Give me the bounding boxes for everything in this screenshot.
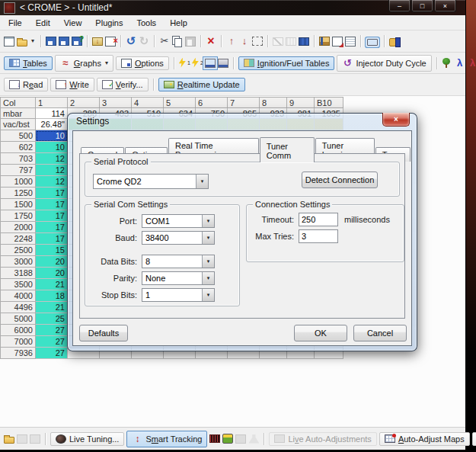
data-bits-combo[interactable]: 8▾ <box>142 255 215 268</box>
menu-file[interactable]: File <box>2 17 29 29</box>
protocol-combo[interactable]: Crome QD2 ▾ <box>93 174 209 189</box>
open-recording-icon[interactable] <box>4 437 14 444</box>
dialog-close-button[interactable]: × <box>382 113 410 127</box>
import-table-icon[interactable]: ↓ <box>92 37 103 46</box>
realtime-update-button[interactable]: Realtime Update <box>158 78 245 91</box>
grid-cell[interactable]: 26.48" <box>36 119 68 130</box>
grid-col-header[interactable]: 1 <box>36 98 68 108</box>
tables-button[interactable]: Tables <box>4 56 53 70</box>
vtec-tree-icon[interactable] <box>442 58 452 68</box>
trace-select-icon[interactable] <box>252 37 263 46</box>
map-3d-icon[interactable] <box>299 37 309 46</box>
menu-tools[interactable]: Tools <box>129 17 163 29</box>
open-dropdown-icon[interactable]: ▾ <box>30 35 36 47</box>
new-document-icon[interactable] <box>4 37 14 46</box>
grid-cell[interactable]: 20 <box>36 268 68 279</box>
grid-col-header[interactable]: 7 <box>228 98 260 108</box>
grid-row-header[interactable]: mbar <box>1 108 36 119</box>
datalog-view-icon[interactable] <box>209 434 220 443</box>
notes-icon[interactable] <box>345 37 356 46</box>
grid-cell[interactable]: 21 <box>36 302 68 313</box>
grid-col-header[interactable]: 4 <box>132 98 164 108</box>
grid-cell[interactable]: 12 <box>36 153 68 165</box>
grid-cell[interactable]: 20 <box>36 256 68 268</box>
tab-tuner-comm[interactable]: Tuner Comm <box>260 137 315 162</box>
grid-cell[interactable]: 21 <box>36 279 68 290</box>
lambda-disable-icon[interactable]: λ <box>468 57 476 69</box>
grid-cell[interactable]: 12 <box>36 176 68 188</box>
max-tries-input[interactable] <box>299 229 338 243</box>
menu-edit[interactable]: Edit <box>29 17 57 29</box>
lambda-enable-icon[interactable]: λ <box>455 57 465 69</box>
titlebar[interactable]: < CROME > - Untitled* –□× <box>0 0 465 15</box>
grid-cell[interactable]: 114 <box>36 108 68 119</box>
grid-row-header[interactable]: 3188 <box>1 268 36 279</box>
table-switch-b-icon[interactable] <box>218 59 228 68</box>
grid-col-header[interactable]: 6 <box>196 98 228 108</box>
live-tuning-button[interactable]: Live Tuning... <box>50 432 124 446</box>
auto-adjust-maps-button[interactable]: Auto-Adjust Maps <box>379 432 470 446</box>
grid-col-header[interactable]: Col <box>1 98 36 108</box>
grid-row-header[interactable]: vac/bst <box>1 119 36 130</box>
move-up-icon[interactable]: ↑ <box>226 35 237 47</box>
grid-row-header[interactable]: 4496 <box>1 302 36 313</box>
fuel-multiplier-2-icon[interactable] <box>192 58 203 69</box>
copy-icon[interactable] <box>172 36 183 46</box>
grid-row-header[interactable]: 5000 <box>1 313 36 325</box>
grid-cell[interactable]: 12 <box>36 165 68 176</box>
menu-help[interactable]: Help <box>163 17 194 29</box>
grid-col-header[interactable]: 3 <box>100 98 132 108</box>
grid-col-header[interactable]: B10 <box>315 98 343 108</box>
grid-cell[interactable]: 17 <box>36 188 68 199</box>
grid-row-header[interactable]: 1250 <box>1 188 36 199</box>
graph-settings-icon[interactable] <box>332 37 343 46</box>
grid-col-header[interactable]: 8 <box>260 98 287 108</box>
smart-tracking-button[interactable]: ↕Smart Tracking <box>126 431 207 447</box>
undo-icon[interactable]: ↺ <box>126 35 136 47</box>
grid-col-header[interactable]: 2 <box>68 98 100 108</box>
grid-cell[interactable]: 27 <box>36 336 68 348</box>
dropdown-arrow-icon[interactable]: ▾ <box>196 175 208 188</box>
save-check-icon[interactable] <box>72 37 82 46</box>
menu-plugins[interactable]: Plugins <box>88 17 129 29</box>
grid-row-header[interactable]: 3500 <box>1 279 36 290</box>
close-table-icon[interactable] <box>105 37 116 46</box>
grid-row-header[interactable]: 3000 <box>1 256 36 268</box>
maximize-button[interactable]: □ <box>411 0 433 12</box>
table-switch-a-icon[interactable] <box>205 59 216 68</box>
dropdown-arrow-icon[interactable]: ▾ <box>202 215 214 227</box>
ecu-chip-icon[interactable] <box>367 39 378 46</box>
grid-cell[interactable]: 17 <box>36 233 68 245</box>
datalog-book-icon[interactable] <box>319 37 330 46</box>
baud-combo[interactable]: 38400▾ <box>142 231 215 245</box>
mixture-status-icon[interactable] <box>222 434 233 444</box>
grid-cell[interactable]: 10 <box>36 142 68 153</box>
open-file-icon[interactable] <box>17 40 27 46</box>
grid-cell[interactable]: 18 <box>36 290 68 302</box>
grid-cell[interactable]: 15 <box>36 245 68 256</box>
grid-cell[interactable]: 27 <box>36 348 68 359</box>
close-button[interactable]: × <box>434 0 456 12</box>
grid-row-header[interactable]: 1500 <box>1 199 36 210</box>
grid-cell[interactable]: 25 <box>36 313 68 325</box>
save-icon[interactable] <box>46 37 56 46</box>
grid-row-header[interactable]: 6000 <box>1 325 36 336</box>
grid-cell[interactable]: 17 <box>36 199 68 210</box>
minimize-button[interactable]: – <box>388 0 411 12</box>
grid-cell[interactable]: 10 <box>36 130 68 142</box>
ignition-fuel-tables-button[interactable]: Ignition/Fuel Tables <box>238 56 335 70</box>
delete-icon[interactable]: × <box>206 35 216 47</box>
dropdown-arrow-icon[interactable]: ▾ <box>202 272 214 284</box>
grid-cell[interactable]: 17 <box>36 210 68 222</box>
port-combo[interactable]: COM1▾ <box>142 214 215 228</box>
dropdown-arrow-icon[interactable]: ▾ <box>202 232 214 244</box>
verify-button[interactable]: Verify... <box>97 78 149 91</box>
grid-row-header[interactable]: 2248 <box>1 233 36 245</box>
graphs-button[interactable]: ≈Graphs▾ <box>55 55 113 72</box>
grid-row-header[interactable]: 2000 <box>1 222 36 233</box>
grid-row-header[interactable]: 602 <box>1 142 36 153</box>
ok-button[interactable]: OK <box>294 325 347 341</box>
cancel-button[interactable]: Cancel <box>353 325 407 341</box>
grid-row-header[interactable]: 7936 <box>1 348 36 359</box>
parity-combo[interactable]: None▾ <box>142 271 215 285</box>
